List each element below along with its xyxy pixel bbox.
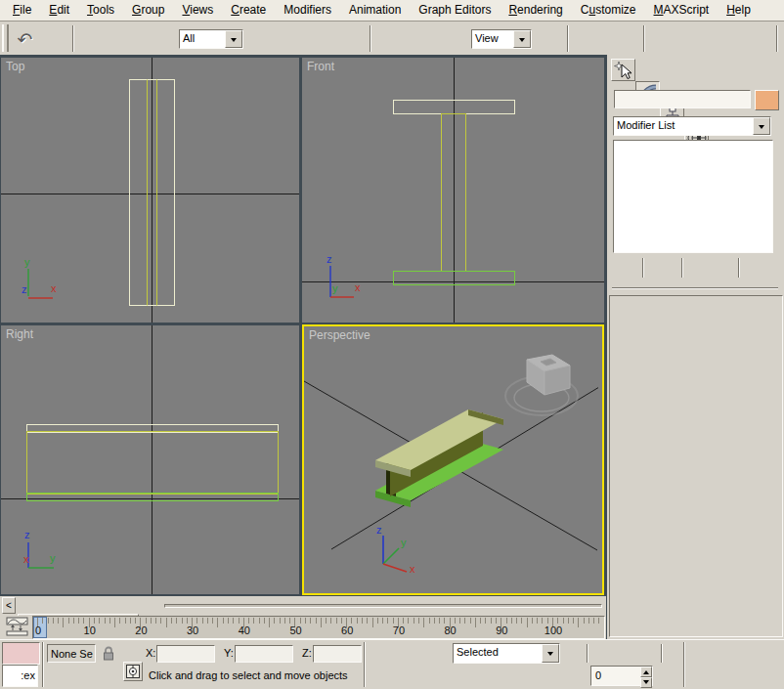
menu-group[interactable]: Group <box>123 0 173 21</box>
create-icon <box>613 61 634 80</box>
viewport-perspective-active[interactable]: z y x Perspective <box>302 324 604 595</box>
svg-text:x: x <box>51 282 57 294</box>
coord-system-value: View <box>472 30 513 48</box>
viewport-front-canvas: z y x <box>302 58 604 323</box>
maxscript-mini-listener[interactable]: :ex <box>2 665 38 687</box>
viewport-right-canvas: z x y <box>1 325 299 594</box>
status-divider <box>364 642 366 687</box>
viewport-top[interactable]: y z x Top <box>1 58 299 323</box>
toolbar-divider <box>643 25 645 52</box>
menu-file[interactable]: File <box>4 0 40 21</box>
playback-divider <box>587 644 588 663</box>
ruler-label: 80 <box>444 624 456 636</box>
dropdown-arrow-icon[interactable] <box>542 644 559 663</box>
playback-divider <box>661 644 663 663</box>
svg-text:y: y <box>50 552 56 564</box>
viewport-label-perspective: Perspective <box>309 328 370 342</box>
command-panel: Modifier List <box>606 55 784 639</box>
time-slider-track[interactable] <box>164 604 602 608</box>
panel-separator <box>612 287 778 289</box>
ruler-major-ticks <box>37 618 602 627</box>
svg-text:z: z <box>24 529 30 540</box>
lock-icon <box>101 645 116 662</box>
status-bar: :ex None Se X: Y: Z: Click and drag to s… <box>0 639 784 689</box>
axis-tripod: z x y <box>23 529 56 568</box>
svg-text:y: y <box>401 537 407 548</box>
dropdown-arrow-icon[interactable] <box>753 117 770 135</box>
toolbar-grip <box>2 24 9 52</box>
absolute-mode-transform-type-in[interactable] <box>123 662 143 681</box>
open-mini-curve-editor-button[interactable] <box>3 617 32 637</box>
ruler-label: 50 <box>289 624 301 636</box>
menu-rendering[interactable]: Rendering <box>500 0 571 21</box>
menu-maxscript[interactable]: MAXScript <box>645 0 719 21</box>
toolbar-divider <box>72 25 74 52</box>
prompt-text: Click and drag to select and move object… <box>149 669 348 681</box>
modifier-list-dropdown[interactable]: Modifier List <box>613 116 771 136</box>
menu-tools[interactable]: Tools <box>78 0 123 21</box>
viewport-top-canvas: y z x <box>1 58 299 323</box>
rollout-area[interactable] <box>609 295 783 637</box>
viewport-label-top: Top <box>6 60 24 73</box>
modifier-list-label: Modifier List <box>614 117 753 135</box>
time-slider-prev-button[interactable]: < <box>2 597 16 614</box>
ruler-label: 40 <box>239 624 250 636</box>
dropdown-arrow-icon[interactable] <box>513 30 531 48</box>
y-coordinate-input[interactable] <box>235 645 293 663</box>
z-coordinate-input[interactable] <box>313 645 362 663</box>
ruler-label: 20 <box>135 624 147 636</box>
menu-help[interactable]: Help <box>718 0 760 21</box>
mini-curve-editor-icon <box>5 617 30 637</box>
menu-animation[interactable]: Animation <box>340 0 410 21</box>
selection-status-text: None Se <box>51 648 93 660</box>
dropdown-arrow-icon[interactable] <box>225 30 242 48</box>
menu-create[interactable]: Create <box>222 0 275 21</box>
ibeam-object[interactable] <box>375 409 503 507</box>
selection-status-field: None Se <box>47 644 96 663</box>
menu-graph-editors[interactable]: Graph Editors <box>410 0 500 21</box>
track-bar: 0102030405060708090100 <box>0 616 606 639</box>
x-coordinate-label: X: <box>146 647 155 659</box>
svg-text:z: z <box>376 524 382 536</box>
stack-divider <box>681 258 683 278</box>
tab-create[interactable] <box>611 59 635 81</box>
object-color-swatch[interactable] <box>755 90 779 110</box>
toolbar-divider <box>776 25 778 52</box>
ruler-label: 10 <box>84 624 96 636</box>
ruler-label: 100 <box>544 624 562 636</box>
ruler-label: 0 <box>35 624 41 636</box>
modifier-stack-list[interactable] <box>613 140 773 253</box>
x-coordinate-input[interactable] <box>156 645 215 663</box>
selection-filter-dropdown[interactable]: All <box>179 29 243 49</box>
menu-views[interactable]: Views <box>173 0 222 21</box>
reference-coordinate-system-dropdown[interactable]: View <box>471 29 532 49</box>
viewport-perspective-canvas: z y x <box>304 326 598 589</box>
undo-icon: ↶ <box>18 28 33 51</box>
undo-button[interactable]: ↶ <box>12 26 38 52</box>
frame-spinner[interactable] <box>640 667 652 685</box>
current-frame-field[interactable]: 0 <box>590 666 653 686</box>
absolute-mode-icon <box>125 664 141 679</box>
key-mode-dropdown[interactable]: Selected <box>453 643 560 664</box>
3ds-max-window: FileEditToolsGroupViewsCreateModifiersAn… <box>0 0 784 689</box>
toolbar-divider <box>370 25 371 52</box>
prompt-line: Click and drag to select and move object… <box>145 667 389 686</box>
viewport-right[interactable]: z x y Right <box>1 325 299 594</box>
object-name-input[interactable] <box>614 90 751 108</box>
menu-modifiers[interactable]: Modifiers <box>275 0 340 21</box>
menu-customize[interactable]: Customize <box>572 0 645 21</box>
stack-divider <box>738 258 740 278</box>
axis-tripod: z y x <box>327 253 361 297</box>
selection-lock-toggle[interactable] <box>100 644 117 663</box>
viewport-front[interactable]: z y x Front <box>302 58 604 323</box>
set-keys-button[interactable] <box>368 680 401 689</box>
menu-edit[interactable]: Edit <box>40 0 78 21</box>
ruler-label: 60 <box>341 624 353 636</box>
svg-text:z: z <box>22 283 27 295</box>
maxscript-macro-recorder-pane[interactable] <box>2 642 40 665</box>
svg-text:x: x <box>410 563 415 575</box>
status-divider <box>683 642 685 687</box>
key-mode-value: Selected <box>454 644 542 663</box>
track-bar-ruler[interactable]: 0102030405060708090100 <box>32 616 605 639</box>
svg-text:x: x <box>355 281 361 293</box>
